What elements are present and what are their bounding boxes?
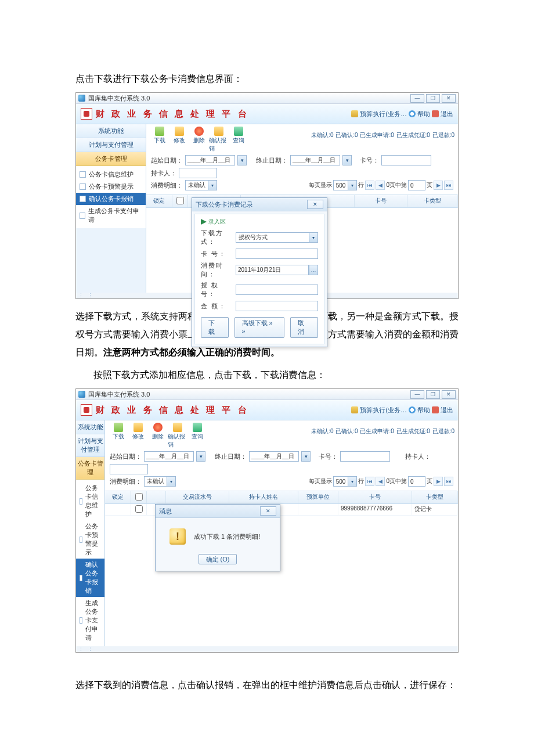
budget-link[interactable]: 预算执行(业务… — [360, 406, 407, 415]
delete-button[interactable]: 删除 — [189, 127, 209, 145]
calendar-icon[interactable]: ▾ — [196, 451, 205, 462]
download-button[interactable]: 下载 — [201, 317, 229, 338]
pager-next[interactable]: ▶ — [434, 181, 443, 190]
select-all-checkbox[interactable] — [176, 197, 184, 204]
time-label: 消费时间： — [201, 261, 236, 279]
amount-input[interactable] — [236, 301, 318, 311]
advanced-button[interactable]: 高级下载 » » — [234, 317, 285, 338]
start-date-input[interactable]: ____年__月__日 — [185, 155, 235, 165]
msg-close-button[interactable]: ✕ — [260, 506, 276, 516]
maximize-button[interactable]: ❐ — [426, 390, 440, 399]
sidebar-header-card[interactable]: 公务卡管理 — [76, 457, 104, 480]
sidebar-item-gen[interactable]: 生成公务卡支付申请 — [76, 205, 146, 226]
sidebar-header-plan[interactable]: 计划与支付管理 — [76, 434, 104, 457]
system-title: 财 政 业 务 信 息 处 理 平 台 — [96, 109, 249, 120]
select-all-checkbox[interactable] — [135, 493, 143, 501]
paragraph-3: 按照下载方式添加相应信息，点击下载，下载消费信息： — [75, 366, 459, 384]
sidebar-item-confirm[interactable]: 确认公务卡报销 — [76, 193, 146, 205]
confirm-button[interactable]: 确认报销 — [209, 127, 229, 153]
mode-select[interactable]: 授权号方式▾ — [236, 232, 318, 243]
calendar-icon[interactable]: … — [309, 265, 318, 275]
sidebar-header-system[interactable]: 系统功能 — [76, 420, 104, 434]
system-title: 财 政 业 务 信 息 处 理 平 台 — [96, 405, 249, 416]
row-checkbox[interactable] — [135, 505, 143, 513]
pager-prev[interactable]: ◀ — [376, 181, 385, 190]
exit-link[interactable]: 退出 — [441, 110, 453, 118]
sidebar-item-warn[interactable]: 公务卡预警提示 — [76, 181, 146, 193]
page-input[interactable]: 0 — [408, 180, 425, 190]
toolbar: 下载 修改 删除 确认报销 查询 未确认:0 已确认:0 已生成申请:0 已生成… — [146, 124, 458, 154]
start-date-label: 起始日期： — [110, 452, 142, 461]
logo-icon — [81, 108, 92, 120]
help-icon — [409, 110, 416, 117]
card-input[interactable] — [236, 249, 318, 259]
sidebar: 系统功能 计划与支付管理 公务卡管理 公务卡信息维护 公务卡预警提示 确认公务卡… — [76, 420, 105, 646]
dialog-close-button[interactable]: ✕ — [307, 200, 323, 209]
sidebar-header-system[interactable]: 系统功能 — [76, 124, 146, 138]
page-input[interactable]: 0 — [408, 476, 425, 487]
budget-link[interactable]: 预算执行(业务… — [360, 110, 407, 118]
pager-first[interactable]: ⏮ — [365, 181, 374, 190]
holder-input[interactable] — [179, 168, 217, 178]
status-bar: 未确认:0 已确认:0 已生成申请:0 已生成凭证:0 已退款:0 — [311, 127, 454, 139]
close-button[interactable]: ✕ — [442, 94, 456, 103]
download-dialog: 下载公务卡消费记录 ✕ 录入区 下载方式：授权号方式▾ 卡 号： 消费时间：20… — [192, 197, 327, 347]
detail-select[interactable]: 未确认▾ — [185, 180, 217, 190]
calendar-icon[interactable]: ▾ — [237, 155, 247, 165]
close-button[interactable]: ✕ — [442, 390, 456, 399]
paragraph-4: 选择下载到的消费信息，点击确认报销，在弹出的框中维护消费信息后点击确认，进行保存… — [75, 676, 459, 694]
minimize-button[interactable]: — — [410, 94, 424, 103]
sidebar-header-plan[interactable]: 计划与支付管理 — [76, 138, 146, 152]
ok-button[interactable]: 确定 (O) — [199, 554, 237, 564]
calendar-icon[interactable]: ▾ — [342, 155, 352, 165]
holder-input[interactable] — [110, 464, 148, 474]
minimize-button[interactable]: — — [410, 390, 424, 399]
window-titlebar: 国库集中支付系统 3.0 — ❐ ✕ — [76, 389, 458, 400]
pager-first[interactable]: ⏮ — [365, 477, 374, 486]
maximize-button[interactable]: ❐ — [426, 94, 440, 103]
confirm-button[interactable]: 确认报销 — [168, 423, 187, 449]
ie-icon — [78, 95, 85, 102]
help-link[interactable]: 帮助 — [417, 110, 430, 118]
delete-button[interactable]: 删除 — [148, 423, 168, 441]
pager-prev[interactable]: ◀ — [376, 477, 385, 486]
window-title: 国库集中支付系统 3.0 — [88, 390, 150, 399]
start-date-input[interactable]: ____年__月__日 — [144, 451, 194, 462]
sidebar-item-warn[interactable]: 公务卡预警提示 — [76, 520, 104, 559]
sidebar-item-info[interactable]: 公务卡信息维护 — [76, 168, 146, 181]
query-button[interactable]: 查询 — [187, 423, 207, 441]
sidebar-item-info[interactable]: 公务卡信息维护 — [76, 482, 104, 520]
auth-input[interactable] — [236, 285, 318, 295]
download-button[interactable]: 下载 — [150, 127, 169, 145]
screenshot-1: 国库集中支付系统 3.0 — ❐ ✕ 财 政 业 务 信 息 处 理 平 台 预… — [75, 92, 459, 299]
sidebar-header-card[interactable]: 公务卡管理 — [76, 152, 146, 166]
calendar-icon[interactable]: ▾ — [301, 451, 311, 462]
warning-icon: ! — [169, 528, 186, 545]
budget-icon — [351, 110, 358, 117]
end-date-input[interactable]: ____年__月__日 — [290, 155, 340, 165]
sidebar-item-gen[interactable]: 生成公务卡支付申请 — [76, 597, 104, 644]
sidebar-item-confirm[interactable]: 确认公务卡报销 — [76, 559, 104, 597]
pager-last[interactable]: ⏭ — [444, 477, 453, 486]
exit-icon — [432, 110, 439, 117]
download-button[interactable]: 下载 — [109, 423, 128, 441]
start-date-label: 起始日期： — [151, 156, 183, 165]
edit-button[interactable]: 修改 — [169, 127, 189, 145]
edit-button[interactable]: 修改 — [128, 423, 148, 441]
detail-select[interactable]: 未确认▾ — [144, 476, 176, 487]
pager-next[interactable]: ▶ — [434, 477, 443, 486]
help-link[interactable]: 帮助 — [417, 406, 430, 415]
msg-title: 消息 — [159, 507, 172, 516]
end-date-label: 终止日期： — [256, 156, 288, 165]
exit-link[interactable]: 退出 — [441, 406, 453, 415]
card-input[interactable] — [381, 155, 431, 165]
cancel-button[interactable]: 取消 — [290, 317, 318, 338]
perpage-select[interactable]: 500▾ — [333, 180, 358, 190]
card-input[interactable] — [340, 451, 390, 462]
pager-last[interactable]: ⏭ — [444, 181, 453, 190]
end-date-label: 终止日期： — [215, 452, 247, 461]
end-date-input[interactable]: ____年__月__日 — [249, 451, 299, 462]
query-button[interactable]: 查询 — [229, 127, 248, 145]
time-input[interactable]: 2011年10月21日 — [236, 265, 309, 275]
perpage-select[interactable]: 500▾ — [333, 476, 358, 487]
